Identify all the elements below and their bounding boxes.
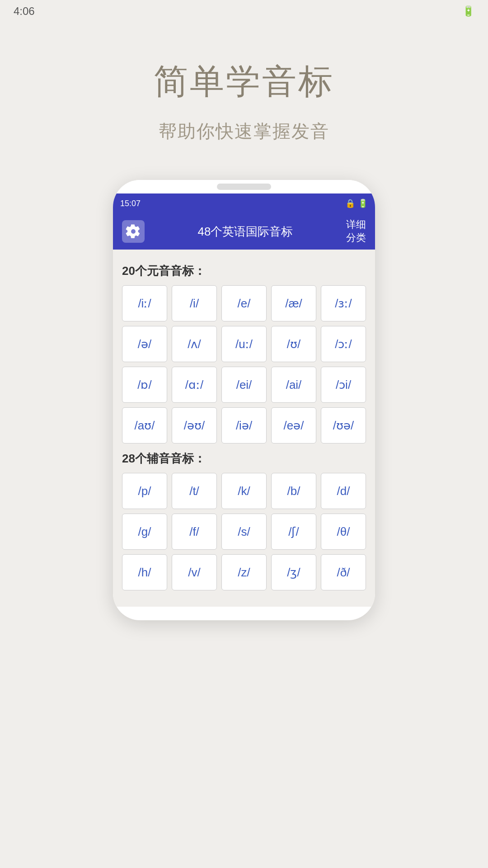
vowel-phoneme-cell[interactable]: /aʊ/ (122, 407, 167, 443)
vowel-phoneme-cell[interactable]: /iː/ (122, 285, 167, 321)
vowel-phoneme-cell[interactable]: /ɑː/ (172, 367, 217, 403)
vowel-phoneme-cell[interactable]: /ɔː/ (321, 326, 366, 362)
phone-lock-icon: 🔒 (345, 198, 355, 208)
consonant-phoneme-cell[interactable]: /ʒ/ (271, 554, 316, 590)
app-title: 简单学音标 (154, 59, 334, 105)
gear-icon (126, 224, 141, 239)
phone-mockup: 15:07 🔒 🔋 48个英语国际音标 详细分类 20个元音音标： /iː//i… (113, 180, 375, 620)
settings-button[interactable] (122, 220, 145, 243)
consonant-grid: /p//t//k//b//d//g//f//s//ʃ//θ//h//v//z//… (122, 473, 366, 590)
phone-status-right: 🔒 🔋 (345, 198, 368, 208)
vowel-phoneme-cell[interactable]: /ɔi/ (321, 367, 366, 403)
phone-battery-icon: 🔋 (358, 198, 368, 208)
phone-notch (217, 184, 271, 190)
phone-header: 48个英语国际音标 详细分类 (113, 213, 375, 250)
consonant-phoneme-cell[interactable]: /k/ (221, 473, 267, 509)
consonant-phoneme-cell[interactable]: /θ/ (321, 514, 366, 550)
vowel-phoneme-cell[interactable]: /əʊ/ (172, 407, 217, 443)
consonant-phoneme-cell[interactable]: /ʃ/ (271, 514, 316, 550)
consonant-phoneme-cell[interactable]: /h/ (122, 554, 167, 590)
consonant-phoneme-cell[interactable]: /ð/ (321, 554, 366, 590)
vowel-phoneme-cell[interactable]: /ʊ/ (271, 326, 316, 362)
consonant-section-title: 28个辅音音标： (122, 451, 366, 467)
consonant-section: 28个辅音音标： /p//t//k//b//d//g//f//s//ʃ//θ//… (122, 451, 366, 590)
consonant-phoneme-cell[interactable]: /v/ (172, 554, 217, 590)
vowel-phoneme-cell[interactable]: /ɜː/ (321, 285, 366, 321)
vowel-phoneme-cell[interactable]: /ai/ (271, 367, 316, 403)
vowel-section-title: 20个元音音标： (122, 263, 366, 279)
phone-header-title: 48个英语国际音标 (198, 224, 293, 240)
outer-time: 4:06 (14, 5, 35, 18)
consonant-phoneme-cell[interactable]: /t/ (172, 473, 217, 509)
vowel-phoneme-cell[interactable]: /æ/ (271, 285, 316, 321)
vowel-phoneme-cell[interactable]: /uː/ (221, 326, 267, 362)
vowel-phoneme-cell[interactable]: /e/ (221, 285, 267, 321)
vowel-phoneme-cell[interactable]: /ɒ/ (122, 367, 167, 403)
phone-content: 20个元音音标： /iː//i//e//æ//ɜː//ə//ʌ//uː//ʊ//… (113, 250, 375, 607)
battery-icon: 🔋 (462, 5, 474, 17)
outer-status-bar: 4:06 🔋 (0, 0, 488, 23)
vowel-phoneme-cell[interactable]: /iə/ (221, 407, 267, 443)
vowel-phoneme-cell[interactable]: /ə/ (122, 326, 167, 362)
consonant-phoneme-cell[interactable]: /d/ (321, 473, 366, 509)
vowel-phoneme-cell[interactable]: /ʊə/ (321, 407, 366, 443)
vowel-phoneme-cell[interactable]: /i/ (172, 285, 217, 321)
consonant-phoneme-cell[interactable]: /p/ (122, 473, 167, 509)
detail-classify-label: 详细分类 (346, 219, 366, 243)
consonant-phoneme-cell[interactable]: /b/ (271, 473, 316, 509)
vowel-phoneme-cell[interactable]: /ʌ/ (172, 326, 217, 362)
consonant-phoneme-cell[interactable]: /g/ (122, 514, 167, 550)
vowel-phoneme-cell[interactable]: /ei/ (221, 367, 267, 403)
phone-status-bar: 15:07 🔒 🔋 (113, 193, 375, 213)
vowel-phoneme-cell[interactable]: /eə/ (271, 407, 316, 443)
consonant-phoneme-cell[interactable]: /s/ (221, 514, 267, 550)
consonant-phoneme-cell[interactable]: /f/ (172, 514, 217, 550)
phone-time: 15:07 (120, 199, 141, 208)
detail-classify-button[interactable]: 详细分类 (346, 218, 366, 244)
vowel-grid: /iː//i//e//æ//ɜː//ə//ʌ//uː//ʊ//ɔː//ɒ//ɑː… (122, 285, 366, 443)
phone-top-bar (113, 180, 375, 193)
consonant-phoneme-cell[interactable]: /z/ (221, 554, 267, 590)
app-subtitle: 帮助你快速掌握发音 (159, 119, 329, 144)
outer-status-right: 🔋 (462, 5, 474, 17)
